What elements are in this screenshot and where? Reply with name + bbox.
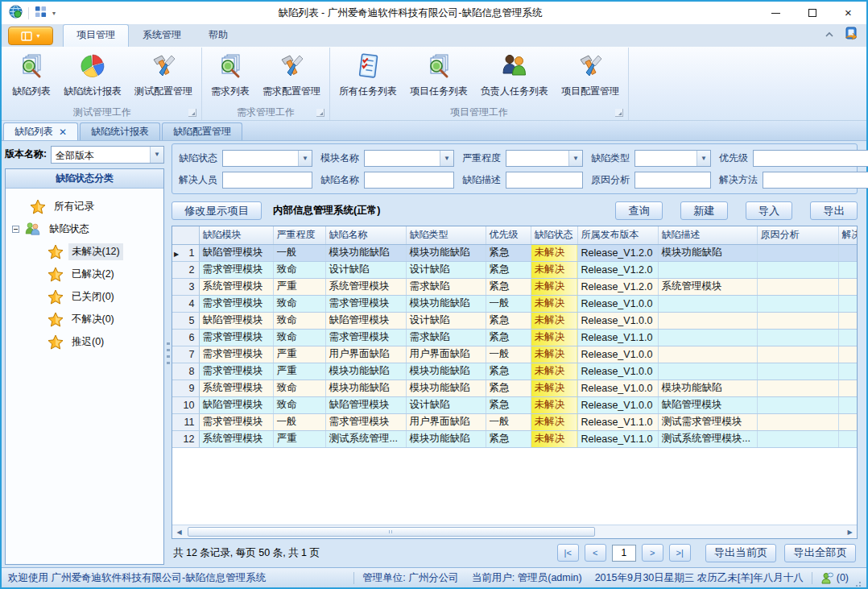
dialog-launcher-icon[interactable] — [316, 109, 324, 117]
scrollbar-track[interactable] — [186, 525, 843, 538]
column-header-9[interactable]: 原因分析 — [757, 226, 838, 244]
next-page-button[interactable]: > — [642, 544, 663, 562]
cell[interactable] — [838, 261, 858, 278]
cell[interactable]: 需求缺陷 — [406, 278, 486, 295]
cell[interactable]: 致命 — [273, 396, 325, 413]
cell[interactable]: Release_V1.2.0 — [577, 244, 658, 261]
quick-access-dropdown-icon[interactable]: ▾ — [52, 10, 56, 17]
cell[interactable]: 未解决 — [531, 278, 577, 295]
cell[interactable]: 缺陷管理模块 — [658, 396, 757, 413]
cell[interactable]: 用户界面缺陷 — [406, 346, 486, 363]
cell[interactable]: 紧急 — [486, 278, 531, 295]
page-number-input[interactable] — [612, 545, 636, 562]
tree-item-2[interactable]: 缺陷状态 — [10, 218, 162, 240]
version-combobox[interactable]: 全部版本 ▼ — [51, 146, 164, 164]
cell[interactable] — [757, 278, 838, 295]
row-number-cell[interactable]: 5 — [172, 312, 199, 329]
cell[interactable] — [838, 430, 858, 447]
row-number-cell[interactable]: 7 — [172, 346, 199, 363]
table-row[interactable]: ▶1缺陷管理模块一般模块功能缺陷模块功能缺陷紧急未解决Release_V1.2.… — [172, 244, 858, 261]
解决方法-field[interactable] — [763, 172, 868, 189]
cell[interactable]: 未解决 — [531, 396, 577, 413]
table-row[interactable]: 9系统管理模块致命模块功能缺陷模块功能缺陷紧急未解决Release_V1.0.0… — [172, 380, 858, 396]
close-button[interactable]: × — [830, 2, 866, 24]
cell[interactable]: 模块功能缺陷 — [658, 244, 757, 261]
ribbon-button-3-4[interactable]: 项目配置管理 — [555, 51, 626, 99]
filter-value-input[interactable] — [223, 172, 312, 188]
cell[interactable]: 设计缺陷 — [406, 396, 486, 413]
cell[interactable]: 缺陷管理模块 — [199, 396, 273, 413]
cell[interactable]: 系统管理模块 — [199, 278, 273, 295]
cell[interactable]: 紧急 — [486, 380, 531, 396]
cell[interactable]: 一般 — [486, 295, 531, 312]
table-row[interactable]: 12系统管理模块严重测试系统管理...模块功能缺陷紧急未解决Release_V1… — [172, 430, 858, 447]
cell[interactable]: 一般 — [273, 244, 325, 261]
cell[interactable]: Release_V1.1.0 — [577, 430, 658, 447]
cell[interactable]: 一般 — [273, 413, 325, 430]
ribbon-collapse-icon[interactable] — [825, 29, 834, 40]
cell[interactable]: 用户界面缺陷 — [406, 413, 486, 430]
tree-item-1[interactable]: 所有记录 — [10, 195, 162, 218]
cell[interactable]: 一般 — [486, 413, 531, 430]
cell[interactable]: 设计缺陷 — [406, 312, 486, 329]
缺陷类型-field[interactable]: ▼ — [634, 150, 711, 167]
cell[interactable]: 模块功能缺陷 — [406, 380, 486, 396]
export-button[interactable]: 导出 — [810, 201, 858, 220]
maximize-button[interactable] — [794, 2, 830, 24]
cell[interactable] — [757, 329, 838, 346]
column-header-2[interactable]: 严重程度 — [273, 226, 325, 244]
document-tab-3[interactable]: 缺陷配置管理 — [162, 122, 242, 140]
prev-page-button[interactable]: < — [585, 544, 606, 562]
resize-grip[interactable] — [855, 579, 863, 587]
cell[interactable]: 模块功能缺陷 — [406, 295, 486, 312]
原因分析-field[interactable] — [634, 172, 711, 189]
cell[interactable]: 未解决 — [531, 346, 577, 363]
cell[interactable]: 模块功能缺陷 — [658, 380, 757, 396]
cell[interactable] — [658, 346, 757, 363]
column-header-4[interactable]: 缺陷类型 — [406, 226, 486, 244]
row-number-cell[interactable]: 10 — [172, 396, 199, 413]
cell[interactable]: 系统管理模块 — [199, 380, 273, 396]
row-number-cell[interactable]: 11 — [172, 413, 199, 430]
cell[interactable]: 未解决 — [531, 380, 577, 396]
cell[interactable]: Release_V1.1.0 — [577, 329, 658, 346]
splitter-grip[interactable] — [167, 342, 170, 367]
cell[interactable]: 缺陷管理模块 — [199, 244, 273, 261]
cell[interactable] — [757, 430, 838, 447]
ribbon-help-icon[interactable] — [844, 27, 858, 43]
scrollbar-thumb[interactable] — [188, 527, 595, 537]
cell[interactable]: 未解决 — [531, 329, 577, 346]
cell[interactable]: 未解决 — [531, 295, 577, 312]
row-number-cell[interactable]: ▶1 — [172, 244, 199, 261]
modify-display-items-button[interactable]: 修改显示项目 — [172, 201, 262, 220]
ribbon-tab-3[interactable]: 帮助 — [195, 24, 242, 47]
cell[interactable]: 模块功能缺陷 — [325, 244, 406, 261]
first-page-button[interactable]: |< — [557, 544, 579, 562]
cell[interactable] — [757, 346, 838, 363]
缺陷状态-field[interactable]: ▼ — [222, 150, 312, 167]
cell[interactable]: 需求缺陷 — [406, 329, 486, 346]
row-number-cell[interactable]: 9 — [172, 380, 199, 396]
cell[interactable]: 设计缺陷 — [325, 261, 406, 278]
cell[interactable]: 紧急 — [486, 312, 531, 329]
cell[interactable]: 紧急 — [486, 244, 531, 261]
tree-item-6[interactable]: 不解决(0) — [10, 308, 162, 330]
cell[interactable]: 需求管理模块 — [199, 261, 273, 278]
cell[interactable]: 测试系统管理模块... — [658, 430, 757, 447]
cell[interactable]: 致命 — [273, 312, 325, 329]
cell[interactable]: 系统管理模块 — [658, 278, 757, 295]
解决人员-field[interactable] — [222, 172, 312, 189]
cell[interactable] — [658, 363, 757, 380]
scroll-right-icon[interactable]: ▶ — [843, 525, 857, 538]
cell[interactable]: 一般 — [486, 346, 531, 363]
cell[interactable]: Release_V1.0.0 — [577, 396, 658, 413]
dropdown-arrow-icon[interactable]: ▼ — [440, 151, 453, 166]
tree-item-5[interactable]: 已关闭(0) — [10, 285, 162, 308]
cell[interactable] — [757, 261, 838, 278]
cell[interactable]: Release_V1.0.0 — [577, 363, 658, 380]
cell[interactable]: 致命 — [273, 329, 325, 346]
cell[interactable]: 紧急 — [486, 261, 531, 278]
优先级-field[interactable]: ▼ — [753, 150, 868, 167]
table-row[interactable]: 6需求管理模块致命需求管理模块需求缺陷紧急未解决Release_V1.1.0 — [172, 329, 858, 346]
minimize-button[interactable] — [758, 2, 794, 24]
